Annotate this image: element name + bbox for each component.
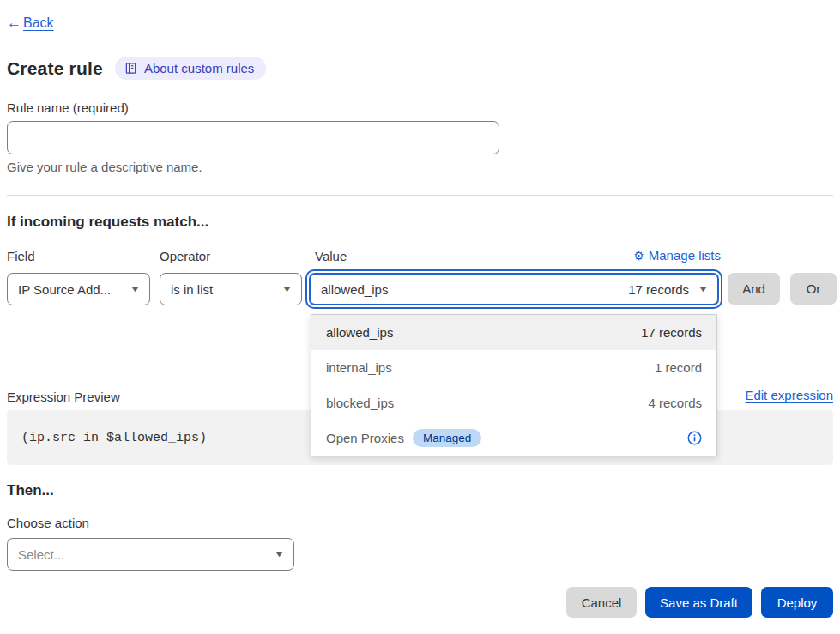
chevron-down-icon: ▼	[698, 285, 708, 293]
value-records-count: 17 records	[628, 282, 689, 297]
list-item-record-count: 1 record	[655, 360, 702, 375]
list-item-open-proxies[interactable]: Open Proxies Managed	[311, 420, 716, 456]
list-item-record-count: 17 records	[641, 325, 702, 340]
info-icon[interactable]	[687, 431, 702, 445]
chevron-down-icon: ▼	[274, 550, 284, 559]
value-combobox[interactable]: allowed_ips 17 records ▼	[309, 273, 719, 305]
list-item-name: internal_ips	[326, 360, 392, 375]
save-as-draft-button[interactable]: Save as Draft	[645, 587, 752, 618]
deploy-button[interactable]: Deploy	[761, 587, 833, 618]
and-button[interactable]: And	[728, 273, 780, 305]
list-dropdown-panel: allowed_ips 17 records internal_ips 1 re…	[311, 314, 717, 456]
about-badge-label: About custom rules	[144, 61, 254, 75]
chevron-down-icon: ▼	[130, 285, 140, 293]
about-custom-rules-badge[interactable]: About custom rules	[115, 57, 266, 80]
book-icon	[124, 62, 137, 75]
rule-name-input[interactable]	[7, 121, 499, 154]
rule-name-label: Rule name (required)	[7, 100, 129, 115]
then-section-heading: Then...	[7, 482, 54, 499]
field-select[interactable]: IP Source Add... ▼	[7, 273, 150, 305]
list-item-internal-ips[interactable]: internal_ips 1 record	[311, 350, 716, 385]
back-link-label: Back	[23, 15, 54, 31]
or-button[interactable]: Or	[790, 273, 837, 305]
field-column-label: Field	[7, 249, 35, 263]
value-combobox-text: allowed_ips	[321, 282, 388, 297]
operator-column-label: Operator	[160, 249, 210, 263]
operator-select-value: is in list	[171, 282, 213, 297]
back-arrow-icon: ←	[7, 15, 21, 32]
list-item-name: blocked_ips	[326, 395, 394, 410]
field-select-value: IP Source Add...	[18, 282, 111, 297]
list-item-name: Open Proxies	[326, 431, 404, 445]
create-rule-page: ←Back Create rule About custom rules Rul…	[0, 0, 840, 634]
list-item-allowed-ips[interactable]: allowed_ips 17 records	[311, 315, 716, 350]
manage-lists-link[interactable]: ⚙ Manage lists	[311, 248, 721, 263]
value-combobox-focus-ring: allowed_ips 17 records ▼	[305, 269, 722, 309]
rule-name-helper-text: Give your rule a descriptive name.	[7, 160, 202, 174]
list-item-record-count: 4 records	[648, 395, 702, 410]
chevron-down-icon: ▼	[281, 285, 292, 293]
cancel-button[interactable]: Cancel	[566, 587, 637, 618]
operator-select[interactable]: is in list ▼	[160, 273, 302, 305]
manage-lists-label: Manage lists	[649, 248, 721, 263]
page-title: Create rule	[7, 58, 103, 79]
managed-badge: Managed	[413, 429, 481, 447]
list-item-blocked-ips[interactable]: blocked_ips 4 records	[311, 385, 716, 420]
expression-preview-label: Expression Preview	[7, 389, 120, 404]
match-section-heading: If incoming requests match...	[7, 214, 208, 231]
edit-expression-link[interactable]: Edit expression	[745, 388, 833, 402]
gear-icon: ⚙	[633, 250, 644, 262]
section-divider	[7, 195, 833, 196]
back-link[interactable]: ←Back	[7, 15, 54, 32]
expression-code: (ip.src in $allowed_ips)	[21, 431, 207, 445]
choose-action-label: Choose action	[7, 516, 89, 530]
action-select-placeholder: Select...	[18, 547, 64, 562]
list-item-name: allowed_ips	[326, 325, 393, 340]
action-select[interactable]: Select... ▼	[7, 538, 294, 571]
title-row: Create rule About custom rules	[7, 57, 266, 80]
